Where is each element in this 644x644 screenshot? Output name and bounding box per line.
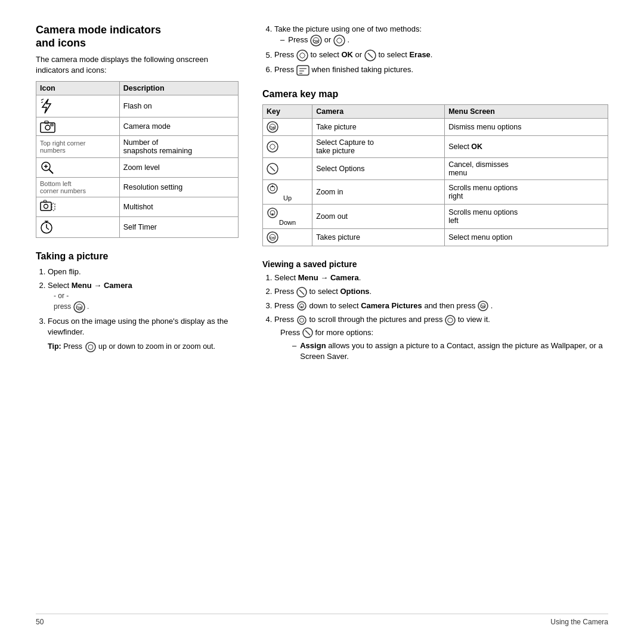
table-row: OK Take picture Dismiss menu options: [263, 118, 608, 135]
zoom-up-key-icon: ▲: [267, 182, 278, 194]
svg-line-17: [47, 228, 49, 230]
zoom-down-key-icon: ▼: [267, 207, 278, 219]
menu-action: Scrolls menu optionsright: [445, 179, 608, 204]
more-options-text: Press for more options:: [280, 327, 608, 339]
capture-button-icon: [333, 35, 345, 47]
step-4: Take the picture using one of two method…: [274, 24, 608, 47]
keymap-header-menu: Menu Screen: [445, 104, 608, 118]
table-row: Multishot: [36, 197, 239, 216]
key-cell: [263, 157, 312, 179]
right-column: Take the picture using one of two method…: [262, 24, 608, 620]
svg-point-39: [267, 141, 278, 152]
ok-key-icon: OK: [267, 121, 278, 133]
svg-rect-13: [44, 200, 47, 202]
icon-cell: [36, 157, 120, 177]
step-2: Select Menu → Camera - or - press OK .: [48, 280, 239, 313]
svg-point-28: [334, 35, 345, 46]
camera-indicators-intro: The camera mode displays the following o…: [36, 54, 239, 76]
camera-action: Take picture: [312, 118, 445, 135]
svg-line-1: [41, 99, 44, 100]
svg-text:OK: OK: [481, 305, 487, 308]
taking-picture-steps: Open flip. Select Menu → Camera - or - p…: [36, 267, 239, 354]
footer-right-text: Using the Camera: [550, 618, 608, 626]
camera-mode-icon: [40, 120, 55, 133]
svg-rect-14: [52, 203, 55, 210]
table-row: Camera mode: [36, 117, 239, 135]
svg-line-31: [368, 53, 373, 58]
multishot-icon: [40, 200, 55, 214]
scroll-icon: [296, 315, 307, 326]
svg-text:OK: OK: [76, 306, 82, 310]
multishot-desc: Multishot: [119, 197, 238, 216]
table-row: ▲ Up Zoom in Scrolls menu optionsright: [263, 179, 608, 204]
svg-line-2: [41, 102, 43, 103]
left-column: Camera mode indicatorsand icons The came…: [36, 24, 239, 620]
camera-indicators-table: Icon Description F: [36, 81, 239, 238]
camera-action: Zoom in: [312, 179, 445, 204]
svg-rect-6: [51, 124, 53, 126]
menu-action: Cancel, dismissesmenu: [445, 157, 608, 179]
table-row: Select Capture totake picture Select OK: [263, 135, 608, 157]
svg-line-8: [49, 169, 53, 174]
icon-cell: [36, 95, 120, 117]
flash-icon: [40, 98, 53, 114]
taking-picture-title: Taking a picture: [36, 251, 239, 262]
zoom-level-desc: Zoom level: [119, 157, 238, 177]
zoom-icon-3: ▼: [296, 301, 307, 311]
table-row: Top right cornernumbers Number ofsnapsho…: [36, 135, 239, 157]
end-icon: [296, 65, 309, 76]
options-key-icon: [267, 163, 278, 175]
keymap-header-key: Key: [263, 104, 312, 118]
camera-mode-desc: Camera mode: [119, 117, 238, 135]
table-row: Select Options Cancel, dismissesmenu: [263, 157, 608, 179]
capture-key-icon: [267, 141, 278, 153]
key-cell: [263, 135, 312, 157]
svg-text:OK: OK: [313, 39, 320, 44]
camera-indicators-section: Camera mode indicatorsand icons The came…: [36, 24, 239, 238]
svg-point-24: [88, 345, 93, 349]
page-layout: Camera mode indicatorsand icons The came…: [36, 24, 608, 620]
continued-steps-list: Take the picture using one of two method…: [262, 24, 608, 76]
ok-button-icon: OK: [73, 301, 85, 313]
camera-keymap-table: Key Camera Menu Screen OK: [262, 104, 608, 246]
erase-button-icon: [364, 49, 376, 61]
svg-point-61: [445, 315, 455, 325]
step-5: Press to select OK or to select Erase.: [274, 49, 608, 61]
table-row: OK Takes picture Select menu option: [263, 228, 608, 246]
key-cell: ▼ Down: [263, 204, 312, 228]
step-1: Open flip.: [48, 267, 239, 277]
ok-icon-3: OK: [478, 301, 488, 311]
view-step-2: Press to select Options.: [274, 286, 608, 298]
svg-rect-11: [41, 202, 51, 210]
key-cell: OK: [263, 118, 312, 135]
camera-indicators-title: Camera mode indicatorsand icons: [36, 24, 239, 49]
svg-point-12: [44, 204, 48, 208]
snapshot-remaining-desc: Number ofsnapshots remaining: [119, 135, 238, 157]
menu-action: Select menu option: [445, 228, 608, 246]
svg-line-41: [270, 166, 275, 171]
options-icon-2: [296, 287, 307, 298]
svg-line-52: [299, 290, 304, 295]
page-footer: 50 Using the Camera: [36, 614, 608, 626]
camera-action: Select Options: [312, 157, 445, 179]
svg-rect-32: [297, 66, 309, 75]
resolution-setting-desc: Resolution setting: [119, 177, 238, 197]
step-6: Press when finished taking pictures.: [274, 64, 608, 76]
key-cell: ▲ Up: [263, 179, 312, 204]
tip-box: Tip: Press up or down to zoom in or zoom…: [48, 341, 239, 353]
self-timer-icon: [40, 219, 53, 235]
continued-steps-section: Take the picture using one of two method…: [262, 24, 608, 76]
zoom-icon: [40, 160, 54, 175]
svg-text:▲: ▲: [271, 184, 275, 188]
svg-point-59: [298, 316, 306, 324]
table-header-description: Description: [119, 81, 238, 95]
camera-action: Takes picture: [312, 228, 445, 246]
icon-cell: [36, 197, 120, 216]
table-header-icon: Icon: [36, 81, 120, 95]
view-step-1: Select Menu → Camera.: [274, 273, 608, 283]
camera-action: Zoom out: [312, 204, 445, 228]
table-row: Bottom leftcorner numbers Resolution set…: [36, 177, 239, 197]
page-number: 50: [36, 618, 44, 626]
icon-cell: [36, 117, 120, 135]
flash-on-desc: Flash on: [119, 95, 238, 117]
